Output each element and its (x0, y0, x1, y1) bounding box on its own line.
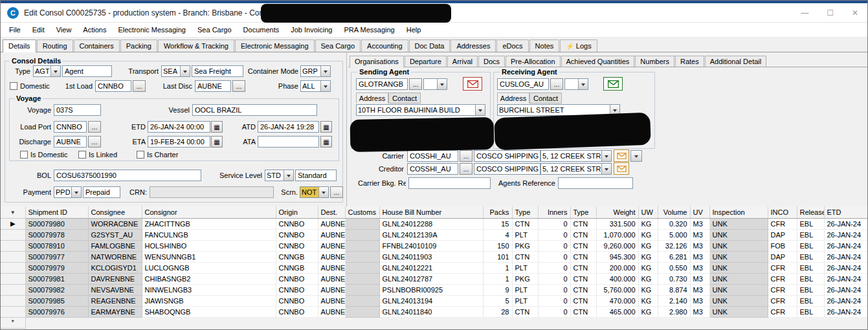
grid-cell[interactable]: CNNBO (276, 295, 318, 306)
grid-cell[interactable] (345, 262, 379, 273)
column-header-release[interactable]: Release (797, 206, 824, 218)
grid-cell[interactable]: FANCULNGB (142, 229, 276, 240)
grid-cell[interactable]: 0 (538, 295, 570, 306)
load-port-search-button[interactable]: ... (88, 121, 101, 133)
row-selector[interactable] (1, 229, 25, 240)
chevron-down-icon[interactable] (50, 66, 60, 76)
eta-calendar-button[interactable]: ▦ (211, 136, 223, 148)
grid-cell[interactable]: S00079978 (25, 229, 88, 240)
grid-cell[interactable]: SHABOQNGB (142, 306, 276, 317)
grid-cell[interactable]: 26-JAN-24 (824, 229, 868, 240)
grid-cell[interactable]: 5,760.000 (596, 284, 638, 295)
grid-cell[interactable]: CTN (570, 240, 596, 251)
grid-cell[interactable]: PKG (512, 240, 538, 251)
grid-cell[interactable]: LUCLOGNGB (142, 262, 276, 273)
grid-cell[interactable]: GLNL24011840 (379, 306, 483, 317)
chevron-down-icon[interactable] (475, 105, 485, 115)
grid-cell[interactable]: CNNGB (276, 251, 318, 262)
grid-cell[interactable]: GLNL24013194 (379, 295, 483, 306)
grid-cell[interactable]: 150 (483, 240, 512, 251)
grid-cell[interactable]: GLNL24012787 (379, 273, 483, 284)
grid-cell[interactable]: CTN (570, 284, 596, 295)
grid-cell[interactable]: 2.140 (658, 295, 690, 306)
grid-cell[interactable]: 26-JAN-24 (824, 295, 868, 306)
grid-cell[interactable]: CFR (768, 284, 797, 295)
grid-cell[interactable]: CFR (768, 262, 797, 273)
grid-cell[interactable]: M3 (690, 240, 709, 251)
tab-rates[interactable]: Rates (675, 56, 704, 67)
grid-cell[interactable]: GLNL24012221 (379, 262, 483, 273)
domestic-checkbox[interactable] (10, 82, 17, 90)
tab-pre-allocation[interactable]: Pre-Allocation (506, 56, 560, 67)
grid-cell[interactable]: M3 (690, 273, 709, 284)
grid-cell[interactable]: CNNBO (276, 229, 318, 240)
column-header-type[interactable]: Type (570, 206, 596, 218)
grid-cell[interactable]: 1,070.000 (596, 229, 638, 240)
grid-cell[interactable]: CTN (512, 218, 538, 229)
grid-cell[interactable]: M3 (690, 229, 709, 240)
grid-cell[interactable]: KG (638, 229, 658, 240)
sending-agent-email-button[interactable] (463, 77, 482, 91)
tab-organisations[interactable]: Organisations (350, 56, 404, 67)
grid-cell[interactable]: CNNBO (276, 306, 318, 317)
grid-cell[interactable]: S00079980 (25, 218, 88, 229)
row-selector[interactable] (1, 240, 25, 251)
grid-cell[interactable] (345, 218, 379, 229)
grid-cell[interactable]: 15 (483, 218, 512, 229)
grid-cell[interactable]: CTN (570, 262, 596, 273)
first-load-input[interactable]: CNNBO (95, 80, 131, 92)
grid-cell[interactable]: 8.874 (658, 284, 690, 295)
grid-cell[interactable]: HOLSHINBO (142, 240, 276, 251)
grid-cell[interactable]: 2.980 (658, 306, 690, 317)
grid-cell[interactable]: JIAWISNGB (142, 295, 276, 306)
grid-cell[interactable]: S00079982 (25, 284, 88, 295)
grid-cell[interactable]: EBL (797, 251, 824, 262)
tab-arrival[interactable]: Arrival (447, 56, 478, 67)
grid-cell[interactable]: 0 (538, 262, 570, 273)
grid-cell[interactable]: CNNBO (276, 284, 318, 295)
grid-cell[interactable]: EBL (797, 295, 824, 306)
grid-cell[interactable]: 0 (538, 229, 570, 240)
chevron-down-icon[interactable] (437, 79, 447, 89)
column-header-house-bill-number[interactable]: House Bill Number (379, 206, 483, 218)
column-header-weight[interactable]: Weight (596, 206, 638, 218)
grid-cell[interactable]: 32.126 (658, 240, 690, 251)
grid-cell[interactable]: GLNL24011903 (379, 251, 483, 262)
scrn-combo[interactable]: NOT (300, 186, 329, 198)
grid-cell[interactable]: 26-JAN-24 (824, 240, 868, 251)
grid-cell[interactable] (345, 251, 379, 262)
voyage-input[interactable]: 037S (54, 104, 101, 116)
grid-cell[interactable]: S00079976 (25, 306, 88, 317)
column-header-type[interactable]: Type (512, 206, 538, 218)
grid-cell[interactable]: AUBNE (318, 284, 345, 295)
grid-cell[interactable]: FAMLOGBNE (88, 240, 142, 251)
ata-input[interactable] (258, 136, 319, 148)
grid-cell[interactable] (345, 295, 379, 306)
grid-cell[interactable]: 0.320 (658, 218, 690, 229)
grid-cell[interactable]: CTN (512, 306, 538, 317)
grid-cell[interactable]: 0 (538, 251, 570, 262)
menu-item-sea-cargo[interactable]: Sea Cargo (192, 24, 238, 36)
container-mode-combo[interactable]: GRP (300, 65, 331, 77)
grid-cell[interactable]: 26-JAN-24 (824, 284, 868, 295)
grid-cell[interactable]: CTN (570, 229, 596, 240)
panel-splitter[interactable] (346, 52, 347, 206)
minimize-button[interactable]: — (801, 8, 808, 17)
grid-cell[interactable]: KG (638, 306, 658, 317)
grid-cell[interactable]: KG (638, 273, 658, 284)
grid-cell[interactable]: KG (638, 218, 658, 229)
grid-cell[interactable]: CNNBO (276, 218, 318, 229)
chevron-down-icon[interactable] (320, 66, 330, 76)
grid-cell[interactable]: 945.300 (596, 251, 638, 262)
column-header-uv[interactable]: UV (690, 206, 709, 218)
creditor-search-button[interactable]: ... (460, 163, 473, 175)
grid-cell[interactable]: CNNGB (276, 262, 318, 273)
grid-cell[interactable]: M3 (690, 284, 709, 295)
column-header-uw[interactable]: UW (638, 206, 658, 218)
close-button[interactable]: ✕ (852, 8, 858, 17)
chevron-down-icon[interactable] (71, 187, 81, 197)
is-linked-checkbox[interactable] (78, 151, 86, 159)
column-header-consignee[interactable]: Consignee (88, 206, 142, 218)
column-header-dest[interactable]: Dest. (318, 206, 345, 218)
grid-cell[interactable]: AUBNE (318, 229, 345, 240)
